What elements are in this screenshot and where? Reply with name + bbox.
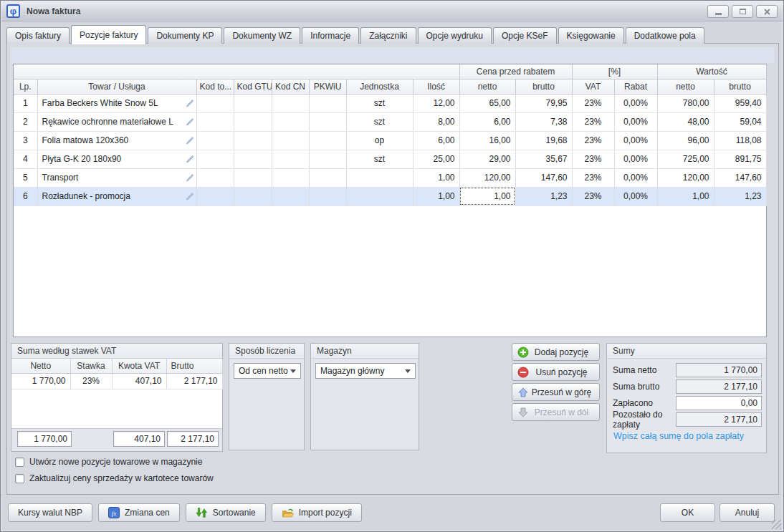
item-cell[interactable]: 23% bbox=[572, 150, 614, 168]
close-button[interactable] bbox=[756, 5, 778, 18]
item-cell[interactable] bbox=[234, 94, 272, 112]
ok-button[interactable]: OK bbox=[660, 503, 715, 522]
item-cell[interactable]: 59,04 bbox=[714, 112, 766, 131]
tab-informacje[interactable]: Informacje bbox=[302, 27, 359, 44]
calculation-method-select[interactable]: Od cen netto bbox=[234, 363, 301, 379]
item-cell[interactable]: 8,00 bbox=[413, 112, 459, 131]
item-row[interactable]: 1Farba Beckers White Snow 5Lszt12,0065,0… bbox=[14, 94, 766, 112]
item-cell[interactable]: 725,00 bbox=[657, 150, 714, 168]
item-cell[interactable] bbox=[309, 168, 346, 187]
tab-opis-faktury[interactable]: Opis faktury bbox=[6, 27, 70, 44]
tab-dodatkowe-pola[interactable]: Dodatkowe pola bbox=[626, 27, 704, 44]
item-cell[interactable]: 12,00 bbox=[413, 94, 459, 112]
tab-zalaczniki[interactable]: Załączniki bbox=[360, 27, 416, 44]
item-cell[interactable]: 1,00 bbox=[459, 187, 515, 205]
item-cell[interactable]: 0,00% bbox=[614, 187, 657, 205]
tab-dokumenty-kp[interactable]: Dokumenty KP bbox=[148, 27, 222, 44]
item-cell[interactable]: 1,00 bbox=[657, 187, 714, 205]
item-cell[interactable]: 2 bbox=[14, 112, 37, 131]
fill-payment-link[interactable]: Wpisz całą sumę do pola zapłaty bbox=[613, 431, 744, 441]
item-cell[interactable] bbox=[272, 150, 309, 168]
item-name-cell[interactable]: Rozładunek - promocja bbox=[37, 187, 196, 205]
item-cell[interactable] bbox=[234, 150, 272, 168]
item-row[interactable]: 6Rozładunek - promocja1,001,001,2323%0,0… bbox=[14, 187, 766, 205]
item-cell[interactable]: 6,00 bbox=[413, 131, 459, 150]
item-row[interactable]: 3Folia matowa 120x360op6,0016,0019,6823%… bbox=[14, 131, 766, 150]
minimize-button[interactable] bbox=[707, 5, 729, 18]
item-name-cell[interactable]: Farba Beckers White Snow 5L bbox=[37, 94, 196, 112]
item-cell[interactable]: 6 bbox=[14, 187, 37, 205]
item-cell[interactable]: 5 bbox=[14, 168, 37, 187]
item-name-cell[interactable]: Transport bbox=[37, 168, 196, 187]
warehouse-select[interactable]: Magazyn główny bbox=[315, 363, 416, 379]
item-cell[interactable]: 96,00 bbox=[657, 131, 714, 150]
item-cell[interactable]: op bbox=[346, 131, 413, 150]
item-cell[interactable]: 0,00% bbox=[614, 150, 657, 168]
item-cell[interactable]: 1 bbox=[14, 94, 37, 112]
item-cell[interactable]: 19,68 bbox=[515, 131, 572, 150]
item-cell[interactable]: 23% bbox=[572, 187, 614, 205]
item-cell[interactable]: 3 bbox=[14, 131, 37, 150]
item-cell[interactable]: 48,00 bbox=[657, 112, 714, 131]
import-items-button[interactable]: Import pozycji bbox=[272, 503, 362, 522]
item-cell[interactable] bbox=[196, 94, 234, 112]
item-cell[interactable] bbox=[272, 94, 309, 112]
nbp-rates-button[interactable]: Kursy walut NBP bbox=[8, 503, 92, 522]
add-item-button[interactable]: Dodaj pozycję bbox=[512, 343, 600, 361]
item-cell[interactable]: 79,95 bbox=[515, 94, 572, 112]
tab-pozycje-faktury[interactable]: Pozycje faktury bbox=[71, 25, 146, 44]
item-cell[interactable] bbox=[196, 168, 234, 187]
item-cell[interactable]: 23% bbox=[572, 131, 614, 150]
item-cell[interactable] bbox=[346, 187, 413, 205]
item-cell[interactable]: 35,67 bbox=[515, 150, 572, 168]
tab-opcje-ksef[interactable]: Opcje KSeF bbox=[493, 27, 557, 44]
checkbox-icon[interactable] bbox=[15, 474, 24, 483]
move-up-button[interactable]: Przesuń w górę bbox=[512, 383, 600, 401]
tab-ksiegowanie[interactable]: Księgowanie bbox=[558, 27, 624, 44]
item-cell[interactable]: 780,00 bbox=[657, 94, 714, 112]
item-cell[interactable]: 0,00% bbox=[614, 168, 657, 187]
item-cell[interactable]: 23% bbox=[572, 168, 614, 187]
item-cell[interactable]: 23% bbox=[572, 112, 614, 131]
item-cell[interactable]: szt bbox=[346, 112, 413, 131]
zaplacono-field[interactable]: 0,00 bbox=[676, 396, 762, 410]
tab-dokumenty-wz[interactable]: Dokumenty WZ bbox=[224, 27, 300, 44]
item-cell[interactable] bbox=[272, 187, 309, 205]
item-cell[interactable] bbox=[234, 112, 272, 131]
item-cell[interactable]: 0,00% bbox=[614, 112, 657, 131]
item-cell[interactable]: 147,60 bbox=[714, 168, 766, 187]
item-cell[interactable]: 29,00 bbox=[459, 150, 515, 168]
item-name-cell[interactable]: Płyta G-K 20 180x90 bbox=[37, 150, 196, 168]
item-cell[interactable]: 7,38 bbox=[515, 112, 572, 131]
item-cell[interactable] bbox=[272, 112, 309, 131]
item-cell[interactable] bbox=[196, 150, 234, 168]
item-cell[interactable] bbox=[309, 131, 346, 150]
item-cell[interactable]: 23% bbox=[572, 94, 614, 112]
item-cell[interactable]: 147,60 bbox=[515, 168, 572, 187]
item-cell[interactable] bbox=[234, 187, 272, 205]
item-cell[interactable]: szt bbox=[346, 94, 413, 112]
item-cell[interactable]: 65,00 bbox=[459, 94, 515, 112]
item-cell[interactable] bbox=[196, 131, 234, 150]
item-cell[interactable] bbox=[234, 131, 272, 150]
item-cell[interactable] bbox=[196, 112, 234, 131]
item-cell[interactable] bbox=[196, 187, 234, 205]
sorting-button[interactable]: Sortowanie bbox=[186, 503, 266, 522]
item-cell[interactable]: szt bbox=[346, 150, 413, 168]
price-change-button[interactable]: fx Zmiana cen bbox=[98, 503, 180, 522]
item-cell[interactable]: 1,00 bbox=[413, 168, 459, 187]
item-cell[interactable]: 6,00 bbox=[459, 112, 515, 131]
item-cell[interactable]: 1,23 bbox=[714, 187, 766, 205]
titlebar[interactable]: φ Nowa faktura bbox=[1, 1, 783, 21]
item-name-cell[interactable]: Rękawice ochronne materiałowe L bbox=[37, 112, 196, 131]
item-cell[interactable]: 120,00 bbox=[657, 168, 714, 187]
item-cell[interactable] bbox=[309, 94, 346, 112]
item-cell[interactable]: 0,00% bbox=[614, 131, 657, 150]
item-cell[interactable] bbox=[272, 131, 309, 150]
item-name-cell[interactable]: Folia matowa 120x360 bbox=[37, 131, 196, 150]
item-cell[interactable] bbox=[309, 112, 346, 131]
tab-opcje-wydruku[interactable]: Opcje wydruku bbox=[418, 27, 492, 44]
item-cell[interactable]: 1,23 bbox=[515, 187, 572, 205]
item-cell[interactable]: 0,00% bbox=[614, 94, 657, 112]
item-cell[interactable] bbox=[234, 168, 272, 187]
